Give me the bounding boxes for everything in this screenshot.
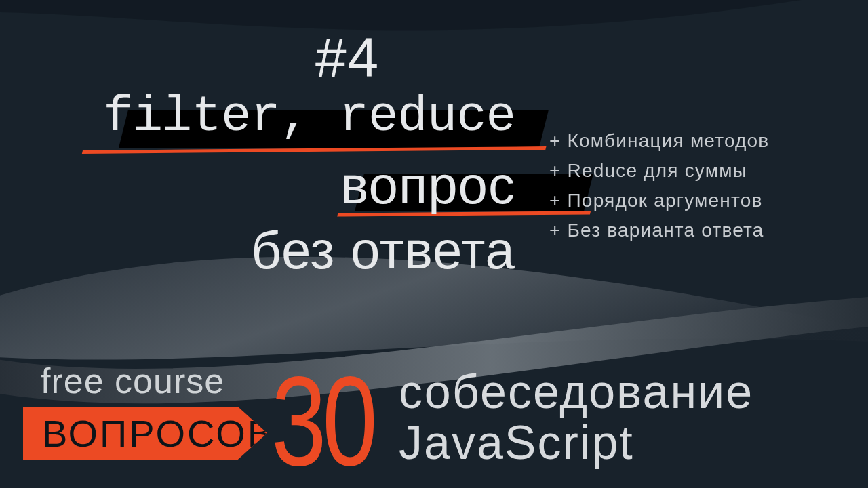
headline-text-2: вопрос bbox=[340, 155, 515, 216]
footer: free course ВОПРОСОВ 30 собеседование Ja… bbox=[0, 346, 868, 488]
headline-text-1: filter, reduce bbox=[103, 88, 515, 145]
bullet-item: + Reduce для суммы bbox=[549, 160, 769, 182]
episode-number: #4 bbox=[315, 26, 380, 89]
free-course-label: free course bbox=[41, 361, 224, 401]
headline-line-3: без ответа bbox=[251, 220, 515, 285]
course-title-line2: JavaScript bbox=[399, 418, 753, 469]
count-30: 30 bbox=[271, 357, 374, 485]
bullet-list: + Комбинация методов + Reduce для суммы … bbox=[549, 130, 769, 249]
bullet-item: + Порядок аргументов bbox=[549, 190, 769, 211]
headline-text-3: без ответа bbox=[251, 220, 515, 281]
questions-tag: ВОПРОСОВ bbox=[23, 407, 267, 460]
bullet-item: + Комбинация методов bbox=[549, 130, 769, 152]
bullet-item: + Без варианта ответа bbox=[549, 220, 769, 241]
headline-line-1: filter, reduce bbox=[103, 88, 515, 149]
course-title-line1: собеседование bbox=[399, 367, 753, 418]
course-title: собеседование JavaScript bbox=[399, 367, 753, 469]
headline-line-2: вопрос bbox=[340, 155, 515, 220]
questions-tag-text: ВОПРОСОВ bbox=[42, 411, 275, 455]
